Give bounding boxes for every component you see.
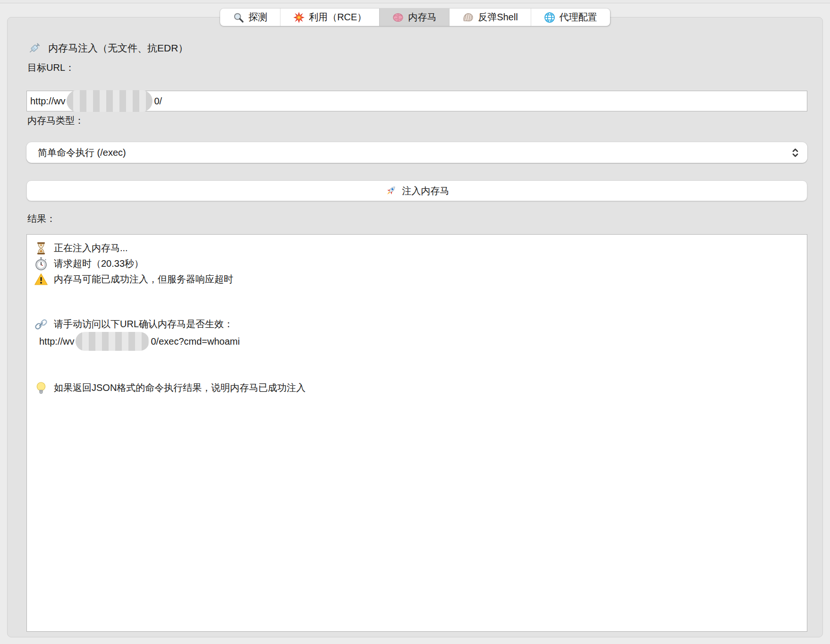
tab-detect[interactable]: 探测 [220, 8, 280, 26]
shell-icon [462, 12, 474, 23]
result-line: 正在注入内存马... [32, 240, 799, 256]
main-tabbar: 探测 利用（RCE） 内存马 反弹Shell 代理配置 [220, 8, 610, 26]
redaction-mosaic [76, 332, 149, 351]
page-title: 内存马注入（无文件、抗EDR） [48, 42, 188, 55]
search-icon [233, 12, 244, 23]
tab-proxy-config[interactable]: 代理配置 [531, 8, 610, 26]
result-label: 结果： [27, 212, 56, 225]
tab-memory-shell[interactable]: 内存马 [379, 8, 449, 26]
target-url-suffix: 0/ [154, 96, 162, 107]
verify-url-prefix: http://wv [39, 336, 74, 347]
shell-type-label: 内存马类型： [27, 114, 84, 127]
inject-button[interactable]: 注入内存马 [26, 180, 807, 201]
target-url-prefix: http://wv [30, 96, 65, 107]
stopwatch-icon [34, 257, 48, 271]
blank-line [32, 365, 799, 380]
blank-line [32, 287, 799, 302]
blank-line [32, 302, 799, 316]
redaction-mosaic [67, 90, 152, 112]
link-icon [34, 317, 48, 331]
window-top-edge [0, 0, 830, 3]
chevron-up-down-icon [792, 147, 799, 158]
explosion-icon [293, 12, 305, 23]
page-title-row: 内存马注入（无文件、抗EDR） [27, 41, 188, 55]
verify-url-suffix: 0/exec?cmd=whoami [151, 336, 239, 347]
shell-type-select[interactable]: 简单命令执行 (/exec) [26, 142, 807, 163]
rocket-icon [385, 185, 397, 197]
tab-exploit-rce[interactable]: 利用（RCE） [280, 8, 379, 26]
shell-type-value: 简单命令执行 (/exec) [38, 146, 126, 159]
target-url-input[interactable]: http://wv 0/ [26, 91, 807, 111]
tab-reverse-shell[interactable]: 反弹Shell [449, 8, 530, 26]
target-url-label: 目标URL： [27, 61, 75, 74]
warning-icon [34, 272, 48, 287]
hourglass-icon [34, 241, 48, 255]
result-verify-url: http://wv 0/exec?cmd=whoami [32, 332, 799, 351]
blank-line [32, 351, 799, 365]
result-line: 请手动访问以下URL确认内存马是否生效： [32, 316, 799, 332]
lightbulb-icon [34, 381, 48, 395]
result-line: 如果返回JSON格式的命令执行结果，说明内存马已成功注入 [32, 380, 799, 396]
result-line: 内存马可能已成功注入，但服务器响应超时 [32, 271, 799, 287]
inject-button-label: 注入内存马 [402, 185, 449, 197]
result-output-area[interactable]: 正在注入内存马... 请求超时（20.33秒） 内存马可能已成功注入，但服务器响… [26, 234, 807, 632]
globe-icon [544, 12, 555, 23]
syringe-icon [27, 41, 42, 55]
result-line: 请求超时（20.33秒） [32, 256, 799, 271]
brain-icon [392, 12, 404, 23]
memory-shell-panel: 内存马注入（无文件、抗EDR） 目标URL： http://wv 0/ 内存马类… [7, 17, 823, 637]
